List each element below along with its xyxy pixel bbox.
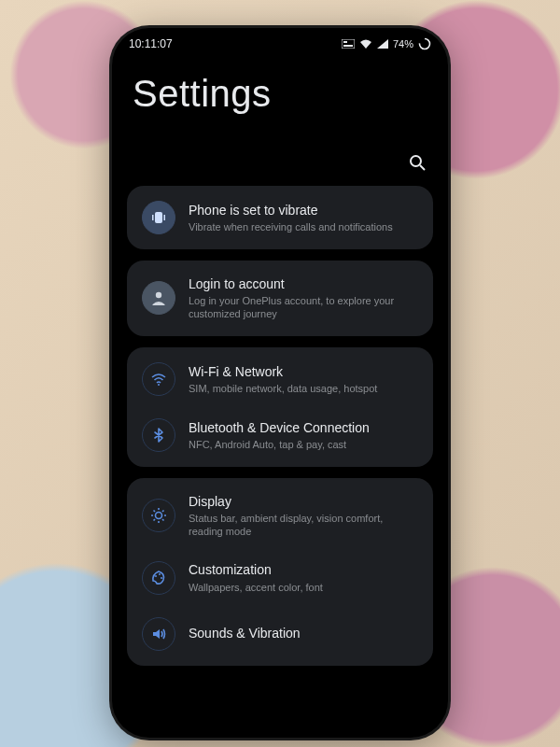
- search-button[interactable]: [407, 152, 427, 173]
- bluetooth-labels: Bluetooth & Device Connection NFC, Andro…: [189, 419, 370, 451]
- battery-text: 74%: [393, 38, 413, 49]
- svg-point-20: [155, 575, 157, 577]
- account-title: Login to account: [189, 275, 418, 292]
- account-labels: Login to account Log in your OnePlus acc…: [189, 275, 418, 321]
- svg-point-21: [159, 573, 161, 575]
- status-icons: 74%: [342, 37, 431, 50]
- svg-rect-0: [342, 39, 355, 49]
- page-title: Settings: [133, 73, 433, 115]
- settings-screen: Settings Phone is set to vibrate Vibrate…: [112, 73, 448, 666]
- card-appearance: Display Status bar, ambient display, vis…: [127, 478, 433, 666]
- wifi-icon: [359, 39, 372, 49]
- row-bluetooth[interactable]: Bluetooth & Device Connection NFC, Andro…: [127, 407, 433, 463]
- svg-line-5: [420, 165, 425, 170]
- svg-point-10: [158, 384, 160, 386]
- sounds-title: Sounds & Vibration: [189, 625, 301, 641]
- svg-rect-7: [152, 215, 154, 220]
- svg-point-3: [420, 39, 430, 49]
- vibrate-icon: [142, 201, 175, 234]
- battery-ring-icon: [418, 37, 431, 50]
- display-labels: Display Status bar, ambient display, vis…: [189, 493, 418, 539]
- customization-labels: Customization Wallpapers, accent color, …: [189, 561, 323, 593]
- card-vibrate: Phone is set to vibrate Vibrate when rec…: [127, 186, 433, 249]
- svg-rect-6: [155, 212, 162, 223]
- row-vibrate[interactable]: Phone is set to vibrate Vibrate when rec…: [127, 190, 433, 246]
- status-bar: 10:11:07 74%: [112, 28, 448, 50]
- vibrate-title: Phone is set to vibrate: [189, 202, 393, 218]
- volte-icon: [342, 39, 355, 49]
- search-row: [133, 152, 427, 173]
- card-account: Login to account Log in your OnePlus acc…: [127, 261, 433, 336]
- svg-point-22: [161, 577, 162, 579]
- vibrate-labels: Phone is set to vibrate Vibrate when rec…: [189, 202, 393, 233]
- wifi-title: Wi-Fi & Network: [189, 363, 377, 380]
- row-customization[interactable]: Customization Wallpapers, accent color, …: [127, 550, 433, 606]
- bluetooth-title: Bluetooth & Device Connection: [189, 419, 370, 436]
- display-icon: [142, 499, 175, 532]
- customization-sub: Wallpapers, accent color, font: [189, 581, 323, 594]
- svg-point-11: [156, 513, 162, 519]
- wifi-network-icon: [142, 362, 175, 396]
- svg-rect-1: [343, 41, 347, 43]
- display-sub: Status bar, ambient display, vision comf…: [189, 512, 418, 539]
- bluetooth-icon: [142, 418, 175, 452]
- row-account[interactable]: Login to account Log in your OnePlus acc…: [127, 264, 433, 332]
- svg-line-19: [162, 511, 164, 513]
- svg-rect-8: [164, 215, 166, 220]
- account-icon: [142, 281, 175, 315]
- phone-frame: 10:11:07 74% Settings Phone is set to vi…: [112, 28, 448, 738]
- card-network: Wi-Fi & Network SIM, mobile network, dat…: [127, 347, 433, 467]
- svg-point-9: [156, 292, 161, 298]
- vibrate-sub: Vibrate when receiving calls and notific…: [189, 220, 393, 233]
- svg-line-18: [154, 519, 156, 521]
- sounds-icon: [142, 617, 175, 651]
- status-time: 10:11:07: [129, 37, 173, 50]
- svg-point-4: [411, 156, 421, 166]
- bluetooth-sub: NFC, Android Auto, tap & pay, cast: [189, 438, 370, 451]
- row-sounds[interactable]: Sounds & Vibration: [127, 606, 433, 662]
- customization-icon: [142, 561, 175, 595]
- account-sub: Log in your OnePlus account, to explore …: [189, 294, 418, 321]
- svg-rect-2: [343, 45, 353, 47]
- svg-line-16: [154, 511, 156, 513]
- wifi-sub: SIM, mobile network, data usage, hotspot: [189, 382, 377, 395]
- search-icon: [408, 153, 427, 172]
- customization-title: Customization: [189, 561, 323, 578]
- row-display[interactable]: Display Status bar, ambient display, vis…: [127, 482, 433, 550]
- row-wifi[interactable]: Wi-Fi & Network SIM, mobile network, dat…: [127, 351, 433, 407]
- svg-line-17: [162, 519, 164, 521]
- sounds-labels: Sounds & Vibration: [189, 625, 301, 641]
- wifi-labels: Wi-Fi & Network SIM, mobile network, dat…: [189, 363, 377, 395]
- display-title: Display: [189, 493, 418, 510]
- signal-icon: [377, 39, 388, 49]
